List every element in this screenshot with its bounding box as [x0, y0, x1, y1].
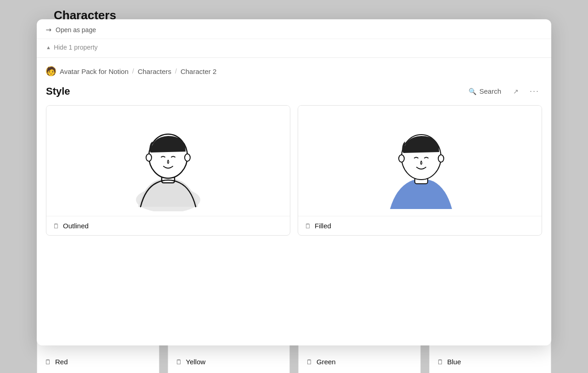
card-blue-label: 🗒 Blue	[437, 358, 461, 366]
card-filled[interactable]: 🗒 Filled	[298, 105, 542, 236]
modal-topbar: ↗ Open as page	[37, 19, 551, 39]
hide-property-row[interactable]: ▲ Hide 1 property	[37, 39, 551, 58]
card-green-label: 🗒 Green	[306, 358, 336, 366]
search-icon: 🔍	[469, 88, 476, 95]
doc-icon-yellow: 🗒	[175, 358, 182, 366]
section-actions: 🔍 Search ↗ ···	[465, 85, 542, 98]
card-outlined-footer: 🗒 Outlined	[46, 216, 290, 235]
open-as-page-button[interactable]: Open as page	[56, 26, 96, 34]
svg-point-8	[438, 155, 444, 162]
search-button[interactable]: 🔍 Search	[465, 85, 505, 97]
open-page-icon: ↗	[44, 25, 54, 35]
style-section-header: Style 🔍 Search ↗ ···	[46, 83, 542, 98]
expand-icon-button[interactable]: ↗	[510, 85, 521, 97]
filled-character-svg	[369, 110, 470, 211]
breadcrumb-section[interactable]: Characters	[138, 68, 171, 75]
avatar: 🧑	[46, 66, 56, 76]
modal-content: Style 🔍 Search ↗ ···	[37, 83, 551, 345]
breadcrumb-page[interactable]: Character 2	[181, 68, 216, 75]
hide-property-label: Hide 1 property	[54, 44, 98, 51]
search-label: Search	[479, 87, 501, 95]
doc-icon-green: 🗒	[306, 358, 313, 366]
expand-icon: ↗	[513, 88, 519, 95]
doc-icon-blue: 🗒	[437, 358, 444, 366]
svg-point-3	[146, 154, 152, 161]
chevron-up-icon: ▲	[46, 45, 51, 50]
outlined-character-svg	[118, 110, 219, 211]
modal: ↗ Open as page ▲ Hide 1 property 🧑 Avata…	[37, 19, 551, 345]
card-filled-footer: 🗒 Filled	[298, 216, 542, 235]
avatar-emoji: 🧑	[46, 66, 56, 76]
card-filled-label: Filled	[315, 222, 331, 230]
doc-icon-red: 🗒	[45, 358, 51, 366]
cards-grid: 🗒 Outlined	[46, 105, 542, 236]
doc-icon-filled: 🗒	[305, 222, 311, 230]
breadcrumb: 🧑 Avatar Pack for Notion / Characters / …	[37, 58, 551, 83]
card-outlined[interactable]: 🗒 Outlined	[46, 105, 290, 236]
svg-point-4	[185, 154, 190, 161]
card-red-label: 🗒 Red	[45, 358, 68, 366]
more-icon: ···	[530, 86, 539, 96]
card-filled-image	[298, 106, 542, 216]
breadcrumb-app[interactable]: Avatar Pack for Notion	[60, 68, 129, 75]
more-options-button[interactable]: ···	[527, 85, 542, 98]
card-outlined-label: Outlined	[63, 222, 89, 230]
doc-icon-outlined: 🗒	[53, 222, 59, 230]
breadcrumb-sep-1: /	[132, 68, 134, 75]
card-yellow-label: 🗒 Yellow	[175, 358, 206, 366]
card-outlined-image	[46, 106, 290, 216]
style-section-title: Style	[46, 85, 70, 97]
svg-point-7	[399, 155, 404, 162]
breadcrumb-sep-2: /	[175, 68, 177, 75]
